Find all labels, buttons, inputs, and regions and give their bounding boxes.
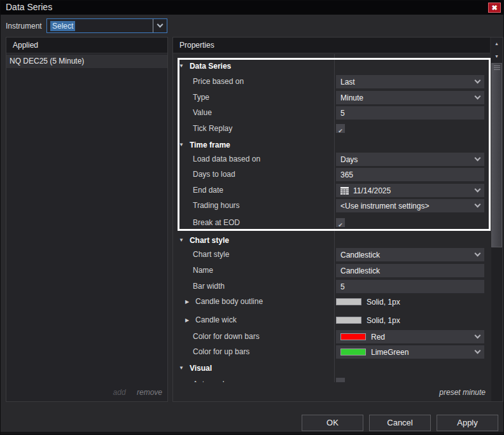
end-date-label: End date [193,184,332,197]
candle-wick-label: ▶ Candle wick [195,314,334,327]
remove-link[interactable]: remove [137,388,162,397]
close-icon: ✖ [491,4,497,11]
bar-width-label: Bar width [193,280,332,293]
section-data-series[interactable]: ▼Data Series [179,60,332,72]
end-date-picker[interactable]: 11/14/2025 [336,184,484,197]
scroll-down-icon: ▼ [494,54,499,59]
chart-style-label: Chart style [193,248,332,261]
color-up-bars-dropdown[interactable]: LimeGreen [336,345,484,359]
tick-replay-label: Tick Replay [193,122,332,135]
data-series-dialog: Data Series ✖ Instrument Select Applied … [0,0,504,435]
chart-style-dropdown[interactable]: Candlestick [336,248,484,261]
bar-width-input[interactable]: 5 [336,280,484,293]
chevron-down-icon [475,155,481,162]
break-at-eod-checkbox[interactable]: ✔ [336,218,345,227]
collapse-triangle-icon: ▼ [179,139,184,151]
chevron-down-icon [475,78,481,84]
chevron-down-icon [475,202,481,208]
stroke-color-swatch [336,298,361,305]
value-input[interactable]: 5 [336,106,484,120]
applied-header: Applied [6,38,167,53]
auto-scale-label: Auto scale [193,378,332,382]
scrollbar-thumb[interactable] [491,63,502,247]
scrollbar-track[interactable] [491,63,502,401]
down-bar-color-swatch [340,333,366,340]
instrument-combobox[interactable]: Select [46,18,167,33]
load-data-based-on-dropdown[interactable]: Days [336,153,484,166]
expand-triangle-icon[interactable]: ▶ [185,295,189,308]
collapse-triangle-icon: ▼ [179,60,184,72]
candle-wick-value[interactable]: Solid, 1px [336,314,484,327]
section-visual[interactable]: ▼Visual [179,362,332,374]
add-link[interactable]: add [113,388,126,397]
chevron-down-icon [475,251,481,257]
name-label: Name [193,264,332,277]
candle-body-outline-value[interactable]: Solid, 1px [336,295,484,308]
preset-minute-link[interactable]: preset minute [300,388,486,397]
chevron-down-icon [157,22,164,28]
instrument-value: Select [50,21,75,31]
check-icon: ✔ [338,128,343,134]
up-bar-color-swatch [340,349,366,356]
applied-footer: add remove [6,388,162,397]
clipped-row: Auto scale ✔ [173,378,489,382]
close-button[interactable]: ✖ [488,3,501,13]
name-input[interactable]: Candlestick [336,264,484,277]
chevron-down-icon [475,348,481,354]
apply-button[interactable]: Apply [437,415,498,431]
scroll-down-button[interactable]: ▼ [491,50,502,63]
days-to-load-input[interactable]: 365 [336,168,484,181]
scroll-up-icon: ▲ [494,41,499,46]
applied-panel [6,37,168,402]
chevron-down-icon [475,93,481,100]
instrument-label: Instrument [6,22,42,31]
tick-replay-checkbox[interactable]: ✔ [336,124,345,133]
check-icon: ✔ [338,222,343,228]
window-title: Data Series [6,2,52,12]
color-down-bars-label: Color for down bars [193,330,332,343]
collapse-triangle-icon: ▼ [179,362,184,374]
properties-header: Properties [173,38,490,53]
value-label: Value [193,106,332,120]
candle-body-outline-label: ▶ Candle body outline [195,295,334,308]
stroke-color-swatch [336,317,361,324]
scrollbar-grip-icon [494,66,500,71]
chevron-down-icon [475,186,481,193]
type-dropdown[interactable]: Minute [336,91,484,104]
calendar-icon [340,187,349,195]
expand-triangle-icon[interactable]: ▶ [185,314,189,327]
color-up-bars-label: Color for up bars [193,345,332,359]
break-at-eod-label: Break at EOD [193,216,332,230]
load-data-based-on-label: Load data based on [193,153,332,166]
applied-list-item[interactable]: NQ DEC25 (5 Minute) [6,55,167,68]
cancel-button[interactable]: Cancel [369,415,431,431]
grid-column-divider [334,54,335,382]
trading-hours-dropdown[interactable]: <Use instrument settings> [336,199,484,212]
section-time-frame[interactable]: ▼Time frame [179,139,332,151]
trading-hours-label: Trading hours [193,199,332,212]
check-icon: ✔ [338,382,343,382]
color-down-bars-dropdown[interactable]: Red [336,330,484,343]
instrument-dropdown-button[interactable] [153,19,167,32]
days-to-load-label: Days to load [193,168,332,181]
chevron-down-icon [475,333,481,339]
price-based-on-label: Price based on [193,75,332,88]
collapse-triangle-icon: ▼ [179,235,184,246]
window-bottom-edge [1,432,504,435]
price-based-on-dropdown[interactable]: Last [336,75,484,88]
type-label: Type [193,91,332,104]
scroll-up-button[interactable]: ▲ [491,38,502,50]
title-bar[interactable]: Data Series [1,1,504,15]
section-chart-style[interactable]: ▼Chart style [179,235,332,246]
auto-scale-checkbox[interactable]: ✔ [336,378,345,382]
ok-button[interactable]: OK [302,415,363,431]
